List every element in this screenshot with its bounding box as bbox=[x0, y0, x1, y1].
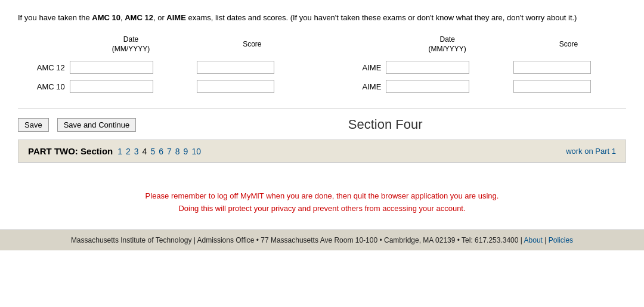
aime-row1-label: AIME bbox=[335, 58, 384, 77]
section-link-6[interactable]: 6 bbox=[159, 147, 163, 156]
reminder-text: Please remember to log off MyMIT when yo… bbox=[24, 190, 620, 215]
aime-row1-date-input[interactable] bbox=[386, 61, 469, 74]
footer-about-link[interactable]: About bbox=[524, 236, 543, 244]
amc12-label: AMC 12 bbox=[18, 58, 67, 77]
save-continue-button[interactable]: Save and Continue bbox=[57, 118, 137, 132]
table-row: AMC 10 AIME bbox=[18, 77, 626, 96]
part-nav-bar: PART TWO: Section 1 2 3 4 5 6 7 8 9 10 w… bbox=[18, 139, 626, 163]
section-current-4: 4 bbox=[143, 147, 147, 156]
work-on-part1-link[interactable]: work on Part 1 bbox=[566, 147, 616, 156]
save-button[interactable]: Save bbox=[18, 118, 49, 132]
reminder-line1: Please remember to log off MyMIT when yo… bbox=[145, 191, 499, 200]
divider bbox=[18, 108, 626, 108]
footer-policies-link[interactable]: Policies bbox=[549, 236, 573, 244]
section-link-1[interactable]: 1 bbox=[117, 147, 122, 156]
footer-text: Massachusetts Institute of Technology | … bbox=[71, 236, 524, 244]
reminder-line2: Doing this will protect your privacy and… bbox=[178, 204, 465, 213]
aime-row2-date-input[interactable] bbox=[386, 80, 469, 93]
amc10-label: AMC 10 bbox=[18, 77, 67, 96]
section-link-5[interactable]: 5 bbox=[150, 147, 155, 156]
aime-row2-label: AIME bbox=[335, 77, 384, 96]
section-link-10[interactable]: 10 bbox=[191, 147, 201, 156]
section-title: Section Four bbox=[144, 117, 626, 132]
section-link-7[interactable]: 7 bbox=[167, 147, 172, 156]
amc12-score-input[interactable] bbox=[197, 61, 274, 74]
col1-score-header: Score bbox=[194, 35, 309, 58]
section-row: Save Save and Continue Section Four bbox=[18, 117, 626, 132]
aime-row2-score-input[interactable] bbox=[513, 80, 591, 93]
part-nav-left: PART TWO: Section 1 2 3 4 5 6 7 8 9 10 bbox=[28, 146, 201, 156]
section-link-8[interactable]: 8 bbox=[175, 147, 180, 156]
col1-date-header: Date(MM/YYYY) bbox=[67, 35, 195, 58]
intro-text: If you have taken the AMC 10, AMC 12, or… bbox=[18, 12, 626, 24]
col2-score-header: Score bbox=[511, 35, 626, 58]
reminder-section: Please remember to log off MyMIT when yo… bbox=[18, 172, 626, 224]
col2-date-header: Date(MM/YYYY) bbox=[383, 35, 511, 58]
part-two-label: PART TWO: Section bbox=[28, 146, 113, 156]
section-link-2[interactable]: 2 bbox=[126, 147, 131, 156]
footer-separator: | bbox=[543, 236, 549, 244]
table-row: AMC 12 AIME bbox=[18, 58, 626, 77]
amc10-date-input[interactable] bbox=[70, 80, 153, 93]
amc10-score-input[interactable] bbox=[197, 80, 274, 93]
footer: Massachusetts Institute of Technology | … bbox=[0, 230, 644, 250]
aime-row1-score-input[interactable] bbox=[513, 61, 591, 74]
section-link-3[interactable]: 3 bbox=[134, 147, 139, 156]
part-nav-numbers: 1 2 3 4 5 6 7 8 9 10 bbox=[117, 147, 201, 156]
section-link-9[interactable]: 9 bbox=[184, 147, 188, 156]
exam-table: Date(MM/YYYY) Score Date(MM/YYYY) Score … bbox=[18, 35, 626, 97]
amc12-date-input[interactable] bbox=[70, 61, 153, 74]
